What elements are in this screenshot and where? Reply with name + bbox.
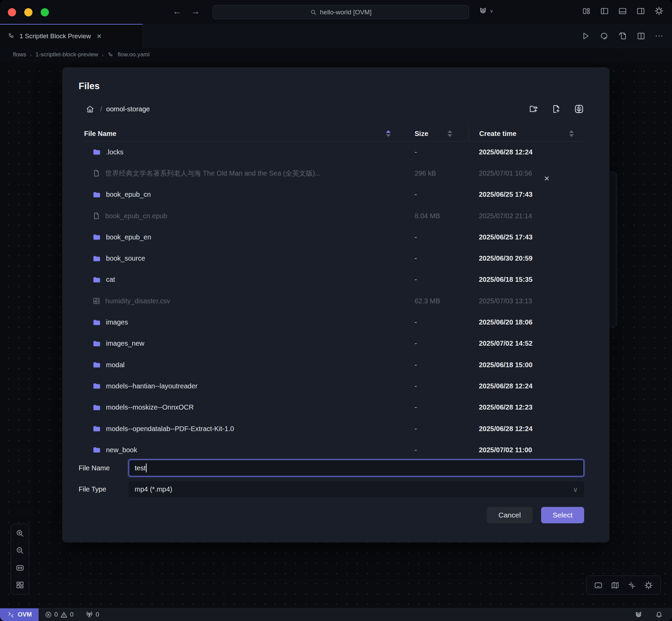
command-center-search[interactable]: hello-world [OVM]	[213, 5, 469, 19]
file-size: -	[415, 361, 469, 369]
gear-icon[interactable]	[654, 6, 664, 16]
layout-blocks-icon[interactable]	[582, 6, 591, 16]
file-size: -	[415, 340, 469, 347]
table-row[interactable]: .locks-2025/06/28 12:24	[84, 141, 584, 163]
warning-triangle-icon	[60, 611, 68, 619]
assistant-menu[interactable]: ∨	[478, 6, 493, 16]
file-size: -	[415, 276, 469, 284]
table-row[interactable]: xhumidity_disaster.csv62.3 MB2025/07/03 …	[84, 290, 584, 312]
breadcrumb-item-flows[interactable]: flows	[13, 51, 26, 58]
finder-reveal-icon[interactable]	[574, 104, 584, 114]
panel-right-icon[interactable]	[636, 6, 645, 16]
tab-bar: 1 Scriptlet Block Preview × ⋯	[0, 24, 672, 48]
table-row[interactable]: 世界经典文学名著系列老人与海 The Old Man and the Sea (…	[84, 163, 584, 184]
sort-arrows-size[interactable]	[447, 130, 452, 137]
close-window-button[interactable]	[8, 8, 16, 16]
new-folder-icon[interactable]	[529, 104, 538, 114]
table-row[interactable]: models--opendatalab--PDF-Extract-Kit-1.0…	[84, 418, 584, 439]
console-panel-icon[interactable]	[594, 581, 603, 590]
folder-icon	[92, 360, 101, 369]
chevron-down-icon: ∨	[573, 485, 578, 494]
problems-indicator[interactable]: 0 0	[45, 611, 73, 619]
table-row[interactable]: models--moskize--OnnxOCR-2025/06/28 12:2…	[84, 397, 584, 418]
forward-icon[interactable]: →	[191, 6, 200, 17]
file-type-select[interactable]: mp4 (*.mp4) ∨	[129, 481, 584, 497]
panel-close-icon[interactable]: ×	[544, 173, 549, 184]
folder-icon	[92, 148, 101, 156]
split-editor-icon[interactable]	[636, 31, 646, 41]
file-create-time: 2025/06/28 12:23	[469, 403, 584, 411]
file-create-time: 2025/06/28 12:24	[469, 148, 584, 156]
breadcrumb-item-flow-file[interactable]: flow.oo.yaml	[118, 51, 150, 58]
sort-arrows-file-name[interactable]	[386, 130, 391, 137]
ports-indicator[interactable]: 0	[85, 611, 99, 619]
open-preview-icon[interactable]	[618, 31, 627, 41]
gear-icon[interactable]	[644, 581, 653, 590]
file-icon	[92, 212, 100, 220]
tab-close-icon[interactable]: ×	[97, 31, 102, 41]
ports-count: 0	[96, 611, 99, 618]
table-row[interactable]: modal-2025/06/18 15:00	[84, 354, 584, 375]
cancel-button[interactable]: Cancel	[487, 507, 532, 523]
column-header-size[interactable]: Size	[415, 130, 469, 138]
maximize-window-button[interactable]	[41, 8, 49, 16]
select-button[interactable]: Select	[541, 507, 584, 523]
file-create-time: 2025/06/28 12:24	[469, 425, 584, 433]
breadcrumb-item-flow-folder[interactable]: 1-scriptlet-block-preview	[36, 51, 98, 58]
file-name: modal	[106, 361, 124, 369]
column-header-create-time[interactable]: Create time	[469, 126, 584, 141]
remote-icon	[8, 611, 14, 618]
file-size: -	[415, 148, 469, 156]
column-header-file-name[interactable]: File Name	[84, 130, 415, 138]
fox-assistant-icon	[478, 6, 488, 16]
canvas-zoom-toolbar	[11, 524, 29, 595]
remote-label: OVM	[18, 611, 32, 618]
table-row[interactable]: book_epub_cn.epub8.04 MB2025/07/02 21:14	[84, 205, 584, 226]
zoom-out-icon[interactable]	[15, 546, 25, 555]
remote-indicator-ovm[interactable]: OVM	[0, 608, 39, 621]
table-row[interactable]: book_epub_cn-2025/06/25 17:43	[84, 184, 584, 205]
home-icon[interactable]	[85, 105, 95, 114]
table-row[interactable]: images_new-2025/07/02 14:52	[84, 333, 584, 354]
file-size: -	[415, 191, 469, 198]
back-icon[interactable]: ←	[173, 6, 182, 17]
table-row[interactable]: book_source-2025/06/30 20:59	[84, 248, 584, 269]
blocks-layout-icon[interactable]	[15, 580, 25, 590]
table-row[interactable]: new_book-2025/07/02 11:00	[84, 439, 584, 455]
panel-bottom-icon[interactable]	[618, 6, 627, 16]
traffic-lights	[8, 8, 49, 16]
file-name-input[interactable]	[129, 459, 584, 477]
table-row[interactable]: book_epub_en-2025/06/25 17:43	[84, 226, 584, 248]
bell-icon[interactable]	[655, 611, 663, 619]
collapse-view-icon[interactable]	[627, 581, 636, 590]
chevron-down-icon: ∨	[490, 8, 493, 14]
path-current-folder[interactable]: oomol-storage	[106, 105, 150, 113]
panel-left-icon[interactable]	[600, 6, 609, 16]
breadcrumb-separator: ›	[30, 52, 32, 58]
tab-scriptlet-block-preview[interactable]: 1 Scriptlet Block Preview ×	[0, 24, 143, 48]
file-create-time: 2025/07/02 21:14	[469, 212, 584, 220]
zoom-in-icon[interactable]	[15, 529, 25, 538]
rerun-icon[interactable]	[600, 31, 609, 41]
table-row[interactable]: models--hantian--layoutreader-2025/06/28…	[84, 375, 584, 397]
more-actions-icon[interactable]: ⋯	[655, 31, 664, 41]
title-bar: ← → hello-world [OVM] ∨	[0, 0, 672, 24]
status-bar: OVM 0 0 0	[0, 608, 672, 621]
fit-width-icon[interactable]	[15, 563, 25, 572]
table-row[interactable]: cat-2025/06/18 15:35	[84, 269, 584, 290]
file-size: -	[415, 403, 469, 411]
file-size: -	[415, 318, 469, 326]
file-name: new_book	[106, 446, 137, 454]
minimize-window-button[interactable]	[24, 8, 32, 16]
sort-arrows-create-time[interactable]	[569, 130, 574, 137]
table-row[interactable]: images-2025/06/20 18:06	[84, 312, 584, 333]
breadcrumb: flows › 1-scriptlet-block-preview › flow…	[0, 48, 672, 61]
file-create-time: 2025/06/30 20:59	[469, 254, 584, 262]
file-icon	[92, 169, 100, 177]
new-file-icon[interactable]	[551, 104, 561, 114]
fox-assistant-icon[interactable]	[634, 610, 643, 620]
file-name: models--hantian--layoutreader	[106, 382, 198, 390]
minimap-icon[interactable]	[610, 581, 620, 590]
run-play-icon[interactable]	[581, 31, 590, 41]
folder-icon	[92, 275, 101, 284]
